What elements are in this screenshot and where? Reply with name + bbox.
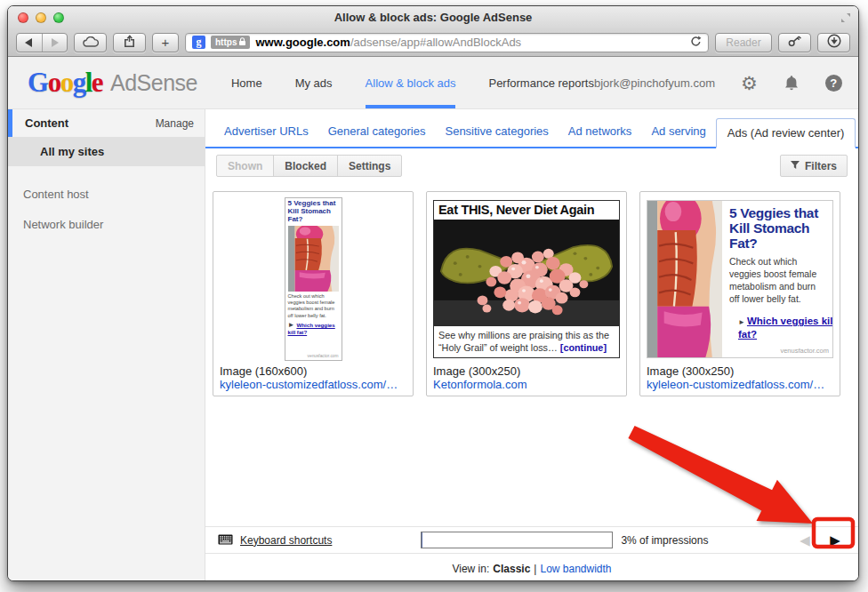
tab-sensitive-categories[interactable]: Sensitive categories (435, 117, 558, 147)
filters-button[interactable]: Filters (780, 155, 848, 177)
ad-format-label: Image (300x250) (647, 364, 833, 378)
review-toolbar: Shown Blocked Settings Filters (216, 155, 848, 177)
reader-button[interactable]: Reader (715, 33, 772, 52)
browser-toolbar: + g https www.google.com/adsense/app#all… (8, 28, 858, 57)
footer-separator: | (534, 563, 536, 575)
page: { "window": { "title": "Allow & block ad… (0, 0, 868, 592)
ad-format-label: Image (300x250) (433, 364, 620, 378)
password-manager-button[interactable] (778, 33, 811, 52)
sidebar-item-network-builder[interactable]: Network builder (8, 209, 205, 239)
tab-advertiser-urls[interactable]: Advertiser URLs (214, 117, 318, 147)
torso-art (647, 201, 722, 357)
ad-creative-fruit: Eat THIS, Never Diet Again (433, 200, 620, 358)
impressions-progress-fill (422, 532, 422, 548)
tab-ad-networks[interactable]: Ad networks (559, 117, 642, 147)
tab-general-categories[interactable]: General categories (318, 117, 436, 147)
tab-bar: Advertiser URLs General categories Sensi… (205, 109, 858, 148)
google-logo: Google (28, 67, 102, 99)
history-nav-group (16, 33, 68, 52)
next-page-icon[interactable]: ▶ (824, 532, 846, 548)
ad-cta-link[interactable]: ►Which veggies kill fat? (738, 315, 833, 341)
ad-body-text: Check out which veggies boost female met… (288, 293, 339, 319)
low-bandwidth-link[interactable]: Low bandwidth (540, 563, 611, 575)
help-icon[interactable]: ? (825, 75, 842, 92)
impressions-label: 3% of impressions (621, 534, 708, 547)
share-icon (123, 35, 136, 51)
ad-display-url-link[interactable]: Ketonformola.com (433, 378, 620, 391)
ad-cta-link[interactable]: ►Which veggies kill fat? (288, 321, 339, 335)
nav-home[interactable]: Home (231, 57, 262, 108)
new-tab-button[interactable]: + (152, 33, 179, 52)
manage-link[interactable]: Manage (156, 117, 194, 130)
nav-performance-reports[interactable]: Performance reports (488, 57, 594, 108)
content-spacer (205, 396, 858, 526)
sidebar-item-all-my-sites[interactable]: All my sites (8, 137, 205, 166)
ad-cta-link[interactable]: [continue] (560, 342, 607, 353)
fullscreen-resize-icon[interactable] (840, 11, 851, 27)
browser-window: Allow & block ads: Google AdSense + g ht… (7, 5, 859, 581)
google-adsense-logo: Google AdSense (28, 57, 197, 108)
lock-icon (239, 37, 245, 47)
gear-icon[interactable]: ⚙ (741, 74, 758, 92)
ad-cards: 5 Veggies that Kill Stomach Fat? (213, 191, 851, 396)
ad-display-url-link[interactable]: kyleleon-customizedfatloss.com/… (647, 378, 833, 391)
share-button[interactable] (113, 33, 146, 52)
view-classic-label: Classic (493, 563, 530, 575)
ad-thumbnail-1: 5 Veggies that Kill Stomach Fat? (220, 196, 406, 362)
minimize-window-button[interactable] (36, 12, 46, 23)
zoom-window-button[interactable] (53, 12, 64, 23)
ad-format-label: Image (160x600) (220, 364, 406, 378)
window-titlebar: Allow & block ads: Google AdSense (8, 6, 858, 28)
https-badge: https (211, 36, 250, 49)
back-button[interactable] (17, 34, 43, 52)
adsense-header: Google AdSense Home My ads Allow & block… (8, 57, 858, 109)
cta-bullet-icon: ► (288, 321, 295, 329)
previous-page-icon[interactable]: ◀ (797, 532, 813, 548)
product-name: AdSense (110, 70, 197, 96)
ad-card-1[interactable]: 5 Veggies that Kill Stomach Fat? (213, 191, 414, 396)
blocked-button[interactable]: Blocked (273, 155, 338, 177)
keyboard-icon (218, 532, 233, 548)
ad-card-3[interactable]: 5 Veggies that Kill Stomach Fat? Check o… (639, 191, 840, 396)
tab-ads-ad-review-center[interactable]: Ads (Ad review center) (716, 118, 856, 148)
view-in-label: View in: (452, 563, 489, 575)
ad-body-text: Check out which veggies boost female met… (729, 256, 828, 306)
ad-card-2[interactable]: Eat THIS, Never Diet Again (426, 191, 627, 396)
app-body: Content Manage All my sites Content host… (8, 109, 858, 580)
torso-art (288, 226, 339, 292)
ad-display-url-link[interactable]: kyleleon-customizedfatloss.com/… (220, 378, 406, 391)
funnel-icon (791, 160, 800, 172)
header-right: bjork@pinchofyum.com ⚙ ? (594, 57, 842, 108)
plus-icon: + (162, 35, 170, 50)
icloud-tabs-button[interactable] (74, 33, 107, 52)
tab-ad-serving[interactable]: Ad serving (641, 117, 715, 147)
ad-thumbnail-3: 5 Veggies that Kill Stomach Fat? Check o… (647, 196, 833, 362)
sidebar-items: Content host Network builder (8, 179, 205, 239)
ad-headline: 5 Veggies that Kill Stomach Fat? (288, 200, 339, 224)
sidebar-item-content-host[interactable]: Content host (8, 179, 205, 209)
bell-icon[interactable] (784, 75, 800, 92)
cloud-icon (83, 35, 99, 51)
shown-button[interactable]: Shown (216, 155, 274, 177)
ad-creative-veggies: 5 Veggies that Kill Stomach Fat? Check o… (647, 200, 833, 358)
status-bar: Keyboard shortcuts 3% of impressions ◀ ▶ (205, 526, 858, 554)
ad-body-text: See why millions are praising this as th… (434, 326, 619, 357)
ad-attribution: venusfactor.com (780, 347, 829, 355)
nav-my-ads[interactable]: My ads (295, 57, 333, 108)
close-window-button[interactable] (18, 12, 28, 23)
key-icon (788, 35, 802, 51)
downloads-button[interactable] (817, 33, 850, 52)
sidebar: Content Manage All my sites Content host… (8, 109, 205, 580)
main-content: Advertiser URLs General categories Sensi… (205, 109, 858, 580)
keyboard-shortcuts-link[interactable]: Keyboard shortcuts (240, 534, 332, 547)
view-segmented-control: Shown Blocked Settings (216, 155, 402, 177)
sidebar-section-label: Content (25, 116, 68, 130)
account-email: bjork@pinchofyum.com (594, 76, 715, 90)
pagination: ◀ ▶ (797, 532, 846, 548)
forward-button[interactable] (43, 34, 68, 52)
ad-thumbnail-2: Eat THIS, Never Diet Again (433, 196, 620, 362)
address-bar[interactable]: g https www.google.com/adsense/app#allow… (185, 33, 709, 52)
settings-button[interactable]: Settings (337, 155, 402, 177)
nav-allow-block-ads[interactable]: Allow & block ads (366, 57, 456, 108)
reload-icon[interactable] (690, 35, 702, 51)
